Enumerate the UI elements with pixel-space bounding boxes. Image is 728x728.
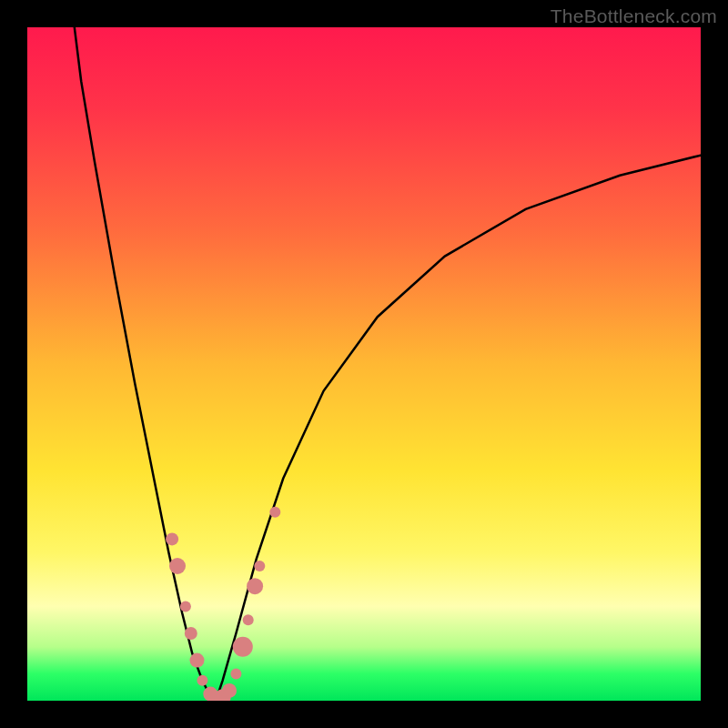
marker-dot [180, 601, 191, 612]
marker-dot [233, 637, 253, 657]
marker-dot [269, 507, 280, 518]
marker-dot [190, 653, 205, 668]
chart-frame: TheBottleneck.com [0, 0, 728, 728]
marker-dot [166, 532, 178, 545]
marker-dot [185, 627, 197, 640]
marker-dot [197, 675, 207, 686]
right-curve-path [216, 156, 701, 701]
curve-svg [27, 27, 701, 701]
watermark-text: TheBottleneck.com [551, 5, 717, 27]
marker-dot [247, 578, 263, 594]
marker-dot [169, 558, 186, 574]
marker-dot [254, 561, 265, 571]
marker-dot [243, 614, 254, 625]
left-curve-path [75, 27, 216, 701]
marker-dot [230, 668, 241, 679]
plot-area [27, 27, 701, 701]
marker-dot [222, 683, 237, 698]
